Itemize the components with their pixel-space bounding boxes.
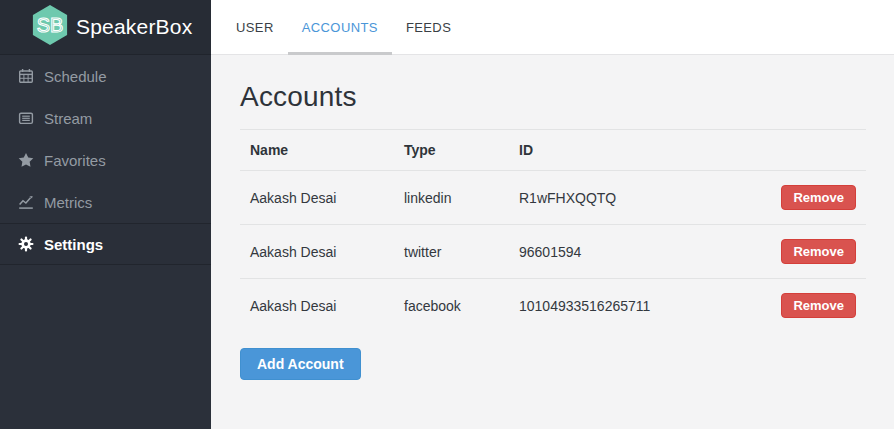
- remove-button[interactable]: Remove: [781, 293, 856, 318]
- tab-feeds[interactable]: FEEDS: [392, 0, 465, 54]
- sidebar-item-favorites[interactable]: Favorites: [0, 139, 211, 181]
- column-header-type: Type: [394, 130, 509, 171]
- accounts-table: Name Type ID Aakash Desai linkedin R1wFH…: [240, 129, 866, 332]
- account-type: linkedin: [394, 171, 509, 225]
- account-id: 96601594: [509, 225, 771, 279]
- app-window: SB SpeakerBox Schedul: [0, 0, 894, 429]
- table-row: Aakash Desai linkedin R1wFHXQQTQ Remove: [240, 171, 866, 225]
- add-account-button[interactable]: Add Account: [240, 348, 361, 380]
- page-title: Accounts: [240, 81, 866, 113]
- account-type: facebook: [394, 279, 509, 333]
- sidebar-item-label: Settings: [44, 236, 103, 253]
- account-id: 10104933516265711: [509, 279, 771, 333]
- table-row: Aakash Desai facebook 10104933516265711 …: [240, 279, 866, 333]
- account-type: twitter: [394, 225, 509, 279]
- column-header-id: ID: [509, 130, 771, 171]
- sidebar-item-metrics[interactable]: Metrics: [0, 181, 211, 223]
- account-name: Aakash Desai: [240, 171, 394, 225]
- calendar-icon: [17, 68, 35, 84]
- column-header-actions: [771, 130, 866, 171]
- star-icon: [17, 152, 35, 168]
- table-row: Aakash Desai twitter 96601594 Remove: [240, 225, 866, 279]
- speakerbox-logo-icon: SB: [31, 4, 69, 50]
- sidebar-item-label: Schedule: [44, 68, 107, 85]
- main-area: USER ACCOUNTS FEEDS Accounts Name Type I…: [211, 0, 894, 429]
- sidebar-item-schedule[interactable]: Schedule: [0, 55, 211, 97]
- sidebar-item-label: Favorites: [44, 152, 106, 169]
- remove-button[interactable]: Remove: [781, 185, 856, 210]
- sidebar-nav: Schedule Stream: [0, 55, 211, 265]
- sidebar-item-stream[interactable]: Stream: [0, 97, 211, 139]
- tab-accounts[interactable]: ACCOUNTS: [288, 0, 392, 54]
- brand-name: SpeakerBox: [76, 15, 192, 39]
- remove-button[interactable]: Remove: [781, 239, 856, 264]
- content-area: Accounts Name Type ID Aakash Desai linke…: [211, 55, 894, 429]
- brand[interactable]: SB SpeakerBox: [0, 0, 211, 55]
- sidebar-item-label: Metrics: [44, 194, 92, 211]
- gear-icon: [17, 236, 35, 252]
- svg-text:SB: SB: [37, 14, 64, 36]
- stream-icon: [17, 110, 35, 126]
- column-header-name: Name: [240, 130, 394, 171]
- account-name: Aakash Desai: [240, 279, 394, 333]
- sidebar-item-label: Stream: [44, 110, 92, 127]
- tab-bar: USER ACCOUNTS FEEDS: [211, 0, 894, 55]
- sidebar-item-settings[interactable]: Settings: [0, 223, 211, 265]
- metrics-icon: [17, 194, 35, 210]
- tab-user[interactable]: USER: [222, 0, 288, 54]
- account-name: Aakash Desai: [240, 225, 394, 279]
- account-id: R1wFHXQQTQ: [509, 171, 771, 225]
- sidebar: SB SpeakerBox Schedul: [0, 0, 211, 429]
- table-header-row: Name Type ID: [240, 130, 866, 171]
